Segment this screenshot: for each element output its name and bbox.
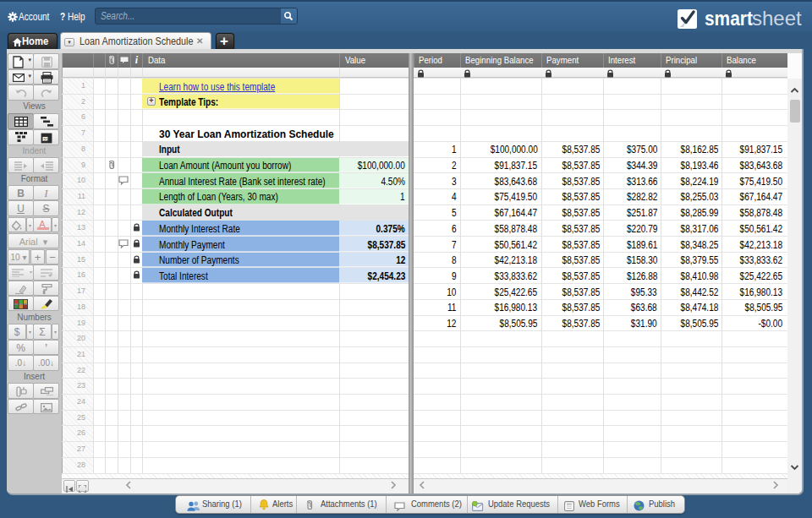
svg-text:31: 31	[43, 137, 48, 142]
